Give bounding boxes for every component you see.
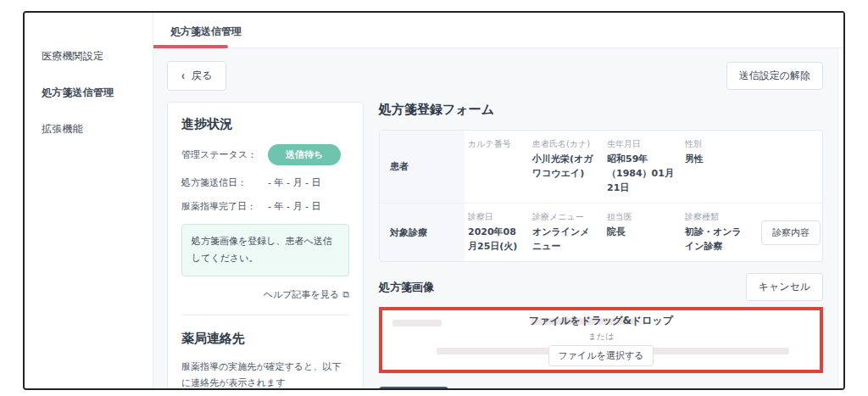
- scrollbar-track[interactable]: [837, 48, 843, 388]
- doctor-label: 担当医: [607, 211, 675, 223]
- instruction-note: 処方箋画像を登録し、患者へ送信してください。: [181, 224, 349, 276]
- form-title: 処方箋登録フォーム: [379, 102, 823, 118]
- consult-date-label: 診察日: [468, 211, 522, 223]
- chevron-left-icon: ‹: [181, 69, 185, 83]
- birthdate-cell: 生年月日 昭和59年（1984）01月21日: [604, 131, 682, 203]
- pharmacy-description: 服薬指導の実施先が確定すると、以下に連絡先が表示されます: [181, 359, 349, 388]
- birthdate-value: 昭和59年（1984）01月21日: [607, 152, 675, 195]
- consult-date-cell: 診察日 2020年08月25日(火): [465, 204, 529, 261]
- ghost-text-line: [392, 320, 442, 326]
- sidebar-item-extensions[interactable]: 拡張機能: [25, 111, 153, 148]
- menu-label: 診療メニュー: [532, 211, 597, 223]
- patient-name-label: 患者氏名(カナ): [532, 138, 597, 150]
- send-date-value: - 年 - 月 - 日: [268, 176, 320, 189]
- progress-card: 進捗状況 管理ステータス： 送信待ち 処方箋送信日： - 年 - 月 - 日 服…: [167, 102, 364, 388]
- consult-type-value: 初診・オンライン診察: [685, 225, 744, 254]
- active-tab-underline: [153, 45, 228, 48]
- content-area: ‹戻る 送信設定の解除 進捗状況 管理ステータス： 送信待ち 処方箋送信日： -…: [153, 48, 843, 388]
- external-link-icon: ⧉: [342, 289, 349, 300]
- sidebar: 医療機関設定 処方箋送信管理 拡張機能: [25, 13, 153, 388]
- back-button-label: 戻る: [192, 70, 212, 81]
- prescription-image-title: 処方箋画像: [379, 280, 434, 295]
- cancel-button[interactable]: キャンセル: [746, 273, 823, 301]
- divider: [181, 315, 349, 315]
- dropzone-instruction: ファイルをドラッグ&ドロップ: [529, 314, 673, 328]
- main-area: 処方箋送信管理 ‹戻る 送信設定の解除 進捗状況 管理ステータス： 送信待ち: [153, 13, 843, 388]
- table-row-consultation: 対象診療 診察日 2020年08月25日(火) 診療メニュー オンラインメニュー…: [380, 203, 822, 261]
- progress-title: 進捗状況: [181, 116, 349, 132]
- select-file-button[interactable]: ファイルを選択する: [548, 345, 654, 366]
- gender-cell: 性別 男性: [682, 131, 751, 203]
- help-link[interactable]: ヘルプ記事を見る⧉: [181, 288, 349, 301]
- consultation-row-action: 診察内容: [751, 204, 823, 261]
- send-confirm-button[interactable]: 送信確認: [379, 387, 448, 388]
- send-date-label: 処方箋送信日：: [181, 176, 268, 189]
- send-date-row: 処方箋送信日： - 年 - 月 - 日: [181, 176, 349, 189]
- row-header-patient: 患者: [380, 131, 465, 203]
- tab-prescription-send-management[interactable]: 処方箋送信管理: [153, 13, 259, 39]
- table-row-patient: 患者 カルテ番号 患者氏名(カナ) 小川光栄(オガワコウエイ) 生年月日: [380, 131, 822, 203]
- patient-name-cell: 患者氏名(カナ) 小川光栄(オガワコウエイ): [529, 131, 604, 203]
- doctor-cell: 担当医 院長: [604, 204, 682, 261]
- file-dropzone[interactable]: ファイルをドラッグ&ドロップ または ファイルを選択する: [379, 307, 823, 373]
- guidance-complete-label: 服薬指導完了日：: [181, 200, 268, 213]
- back-button[interactable]: ‹戻る: [167, 61, 226, 91]
- prescription-form: 処方箋登録フォーム 患者 カルテ番号 患者氏名(カナ) 小川光栄(オガワコウエイ…: [379, 102, 823, 388]
- consult-type-cell: 診察種類 初診・オンライン診察: [682, 204, 751, 261]
- consult-date-value: 2020年08月25日(火): [468, 225, 522, 254]
- prescription-image-header: 処方箋画像 キャンセル: [379, 273, 823, 301]
- gender-value: 男性: [685, 152, 744, 166]
- guidance-complete-value: - 年 - 月 - 日: [268, 200, 320, 213]
- sidebar-item-medical-institution-settings[interactable]: 医療機関設定: [25, 38, 153, 75]
- consultation-detail-button[interactable]: 診察内容: [761, 220, 821, 245]
- status-badge: 送信待ち: [268, 144, 341, 165]
- pharmacy-title: 薬局連絡先: [181, 331, 349, 347]
- sidebar-item-prescription-send-management[interactable]: 処方箋送信管理: [25, 75, 153, 111]
- help-link-label: ヘルプ記事を見る: [264, 289, 339, 300]
- chart-number-cell: カルテ番号: [465, 131, 529, 203]
- patient-info-table: 患者 カルテ番号 患者氏名(カナ) 小川光栄(オガワコウエイ) 生年月日: [379, 130, 823, 262]
- birthdate-label: 生年月日: [607, 138, 675, 150]
- guidance-complete-row: 服薬指導完了日： - 年 - 月 - 日: [181, 200, 349, 213]
- row-header-consultation: 対象診療: [380, 204, 465, 261]
- gender-label: 性別: [685, 138, 744, 150]
- menu-value: オンラインメニュー: [532, 225, 597, 254]
- unset-send-settings-button[interactable]: 送信設定の解除: [726, 62, 823, 90]
- status-row: 管理ステータス： 送信待ち: [181, 144, 349, 165]
- patient-row-action: [751, 131, 822, 203]
- doctor-value: 院長: [607, 225, 675, 239]
- patient-name-value: 小川光栄(オガワコウエイ): [532, 152, 597, 181]
- chart-number-label: カルテ番号: [468, 138, 522, 150]
- toolbar: ‹戻る 送信設定の解除: [167, 61, 823, 91]
- page-header: 処方箋送信管理: [153, 13, 843, 48]
- menu-cell: 診療メニュー オンラインメニュー: [529, 204, 604, 261]
- status-label: 管理ステータス：: [181, 148, 268, 161]
- dropzone-or-text: または: [588, 331, 615, 343]
- consult-type-label: 診察種類: [685, 211, 744, 223]
- app-window: 医療機関設定 処方箋送信管理 拡張機能 処方箋送信管理 ‹戻る 送信設定の解除 …: [23, 11, 845, 390]
